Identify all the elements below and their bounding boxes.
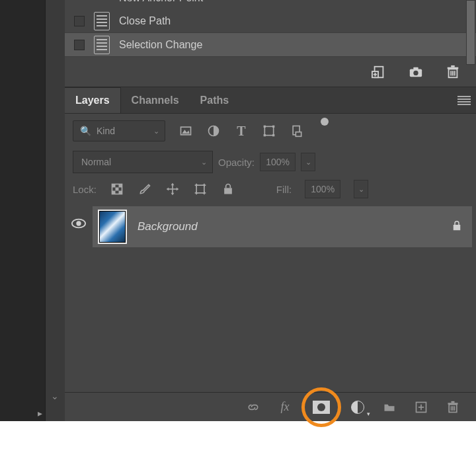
scrollbar[interactable] (466, 0, 475, 65)
lock-icon[interactable] (451, 219, 463, 235)
layers-panel-tabs: Layers Channels Paths (65, 87, 476, 114)
panels-container: New Anchor Point Close Path Selection Ch… (65, 0, 476, 421)
canvas-area: ▸ (0, 0, 45, 421)
svg-rect-22 (296, 132, 301, 137)
svg-rect-44 (224, 188, 232, 194)
svg-marker-34 (177, 188, 178, 191)
history-label: Selection Change (119, 39, 202, 51)
tab-label: Layers (75, 95, 110, 106)
history-checkbox[interactable] (74, 16, 85, 26)
search-icon: 🔍 (80, 126, 91, 136)
svg-marker-33 (167, 188, 169, 191)
layers-list: Background (65, 202, 476, 377)
fill-stepper[interactable]: ⌄ (354, 180, 368, 198)
expand-panel-icon[interactable]: ▸ (38, 408, 42, 418)
svg-rect-35 (196, 185, 204, 193)
panel-menu-icon[interactable] (457, 96, 471, 105)
document-icon (94, 12, 110, 30)
trash-icon[interactable] (446, 65, 460, 79)
layer-thumbnail[interactable] (98, 210, 127, 244)
svg-rect-47 (454, 225, 461, 230)
svg-rect-24 (112, 184, 115, 188)
svg-rect-6 (413, 67, 418, 69)
lock-bar: Lock: Fill: 100% ⌄ (65, 176, 476, 202)
opacity-label: Opacity: (218, 157, 255, 168)
highlight-ring (301, 387, 341, 427)
document-icon (94, 36, 110, 54)
new-layer-icon[interactable] (414, 400, 428, 415)
filter-smartobject-icon[interactable] (290, 124, 304, 138)
svg-rect-11 (448, 67, 459, 69)
link-layers-icon[interactable] (246, 400, 260, 415)
svg-rect-28 (118, 191, 122, 194)
lock-artboard-icon[interactable] (193, 182, 208, 196)
svg-rect-26 (115, 188, 118, 191)
tab-paths[interactable]: Paths (190, 87, 240, 113)
new-document-icon[interactable] (372, 65, 386, 79)
adjustment-layer-icon[interactable]: ▾ (350, 400, 365, 415)
fill-label: Fill: (276, 184, 292, 195)
layer-name[interactable]: Background (138, 220, 198, 233)
history-label: New Anchor Point (119, 0, 203, 4)
svg-rect-55 (448, 403, 458, 405)
svg-rect-12 (451, 65, 455, 67)
svg-marker-14 (182, 130, 190, 134)
history-item[interactable]: Close Path (65, 9, 476, 33)
filter-pixel-icon[interactable] (178, 124, 193, 138)
fill-value[interactable]: 100% (305, 180, 340, 198)
filter-shape-icon[interactable] (262, 124, 276, 138)
opacity-stepper[interactable]: ⌄ (301, 153, 315, 171)
svg-point-46 (76, 221, 81, 225)
select-label: Kind (97, 126, 115, 136)
opacity-value[interactable]: 100% (260, 153, 296, 171)
svg-rect-17 (264, 126, 266, 128)
tab-layers[interactable]: Layers (65, 87, 121, 113)
svg-rect-27 (112, 191, 115, 194)
chevron-down-icon: ⌄ (201, 158, 207, 167)
group-icon[interactable] (382, 400, 397, 415)
history-item[interactable]: New Anchor Point (65, 0, 476, 9)
svg-rect-18 (272, 126, 274, 128)
tab-label: Channels (132, 95, 179, 106)
svg-rect-25 (118, 184, 122, 188)
svg-marker-31 (171, 183, 174, 185)
layers-bottom-toolbar: fx ▾ (65, 392, 476, 421)
lock-position-icon[interactable] (165, 182, 180, 196)
filter-kind-select[interactable]: 🔍 Kind ⌄ (73, 120, 165, 141)
filter-type-icon[interactable]: T (234, 124, 249, 138)
layer-row[interactable]: Background (93, 206, 472, 247)
layer-filter-bar: 🔍 Kind ⌄ T (65, 114, 476, 148)
svg-point-5 (413, 70, 418, 75)
panel-gutter: ⌄ (45, 0, 65, 421)
lock-pixels-icon[interactable] (110, 182, 124, 196)
svg-rect-16 (264, 126, 273, 135)
lock-all-icon[interactable] (221, 182, 235, 196)
history-toolbar (65, 57, 476, 87)
chevron-down-icon: ⌄ (153, 127, 159, 136)
svg-rect-56 (452, 401, 455, 403)
visibility-eye-icon[interactable] (71, 218, 86, 231)
blend-bar: Normal ⌄ Opacity: 100% ⌄ (65, 148, 476, 176)
tab-label: Paths (200, 95, 229, 106)
svg-rect-20 (272, 134, 274, 136)
svg-rect-19 (264, 134, 266, 136)
trash-icon[interactable] (446, 400, 460, 415)
tab-channels[interactable]: Channels (121, 87, 190, 113)
chevron-down-icon[interactable]: ⌄ (51, 391, 59, 401)
lock-label: Lock: (73, 184, 97, 195)
layer-fx-icon[interactable]: fx (278, 400, 292, 415)
blend-mode-select[interactable]: Normal ⌄ (73, 151, 213, 173)
svg-marker-32 (171, 193, 174, 195)
history-label: Close Path (119, 15, 171, 27)
select-label: Normal (81, 157, 111, 167)
camera-icon[interactable] (409, 65, 423, 79)
history-checkbox[interactable] (74, 40, 85, 50)
add-mask-button[interactable] (309, 395, 333, 419)
filter-toggle[interactable] (317, 118, 332, 144)
lock-brush-icon[interactable] (138, 182, 152, 196)
history-item[interactable]: Selection Change ⌄ (65, 33, 476, 57)
filter-adjustment-icon[interactable] (206, 124, 221, 138)
